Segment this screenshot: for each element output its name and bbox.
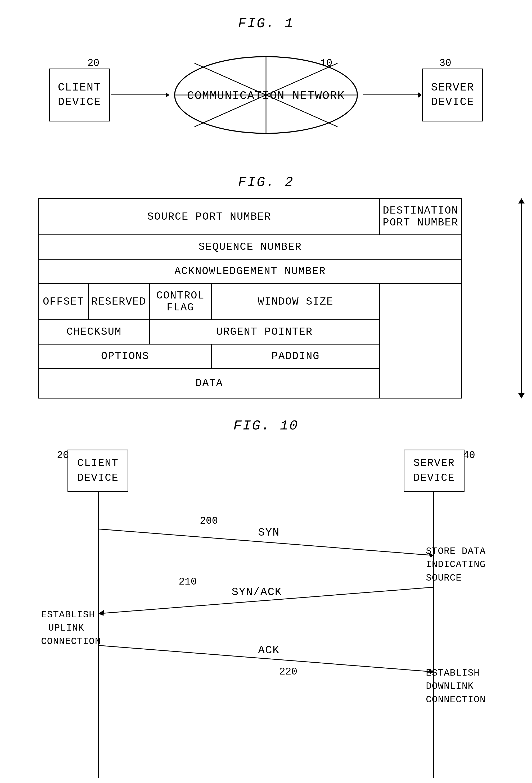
fig1-label-20: 20 — [87, 57, 99, 69]
svg-text:200: 200 — [200, 515, 218, 527]
fig2-options: OPTIONS — [39, 344, 212, 369]
fig2-arrow-top — [518, 198, 525, 203]
fig2-table: SOURCE PORT NUMBER DESTINATION PORT NUMB… — [38, 198, 462, 399]
fig2-header-arrow — [511, 198, 532, 399]
svg-text:ACK: ACK — [258, 644, 280, 657]
fig10-store-data-label: STORE DATA INDICATING SOURCE — [426, 545, 486, 585]
fig2-row3: ACKNOWLEDGEMENT NUMBER — [39, 259, 462, 284]
svg-marker-11 — [98, 610, 104, 616]
fig2-row2: SEQUENCE NUMBER — [39, 235, 462, 259]
fig10-establish-uplink-label: ESTABLISH UPLINK CONNECTION — [41, 608, 91, 648]
fig2-row4: OFFSET RESERVED CONTROLFLAG WINDOW SIZE — [39, 284, 462, 320]
fig1-section: FIG. 1 20 10 30 CLIENTDEVICE SERVERDEVIC… — [0, 16, 532, 164]
fig2-window-size: WINDOW SIZE — [212, 284, 380, 320]
fig2-dest-port: DESTINATION PORT NUMBER — [380, 199, 461, 235]
svg-text:SYN/ACK: SYN/ACK — [231, 586, 282, 599]
fig2-checksum: CHECKSUM — [39, 320, 150, 344]
fig2-title: FIG. 2 — [0, 175, 532, 190]
fig1-client-device-text: CLIENTDEVICE — [58, 81, 101, 109]
fig1-label-30: 30 — [439, 57, 451, 69]
fig2-offset: OFFSET — [39, 284, 88, 320]
fig1-diagram: 20 10 30 CLIENTDEVICE SERVERDEVICE — [41, 39, 491, 151]
fig2-control-flag: CONTROLFLAG — [149, 284, 212, 320]
fig2-urgent-pointer: URGENT POINTER — [149, 320, 380, 344]
svg-text:210: 210 — [179, 576, 197, 588]
fig2-ack-num: ACKNOWLEDGEMENT NUMBER — [39, 259, 462, 284]
fig2-diagram: SOURCE PORT NUMBER DESTINATION PORT NUMB… — [38, 198, 462, 399]
fig2-seq-num: SEQUENCE NUMBER — [39, 235, 462, 259]
svg-text:COMMUNICATION NETWORK: COMMUNICATION NETWORK — [187, 89, 345, 102]
fig2-wrapper: SOURCE PORT NUMBER DESTINATION PORT NUMB… — [0, 198, 532, 399]
fig2-arrow-line — [521, 203, 522, 393]
fig2-row7: DATA — [39, 369, 462, 398]
fig1-line-right — [363, 94, 421, 95]
fig2-row5: CHECKSUM URGENT POINTER — [39, 320, 462, 344]
svg-text:220: 220 — [279, 666, 297, 678]
fig2-row1: SOURCE PORT NUMBER DESTINATION PORT NUMB… — [39, 199, 462, 235]
fig2-source-port: SOURCE PORT NUMBER — [39, 199, 380, 235]
fig10-title: FIG. 10 — [0, 418, 532, 434]
fig10-diagram: 20 40 CLIENTDEVICE SERVERDEVICE SYN 200 — [41, 444, 491, 783]
fig1-server-device-text: SERVERDEVICE — [431, 81, 474, 109]
fig2-data: DATA — [39, 369, 380, 398]
fig2-reserved: RESERVED — [88, 284, 149, 320]
fig1-line-left — [111, 94, 169, 95]
fig1-title: FIG. 1 — [0, 16, 532, 31]
fig1-server-device: SERVERDEVICE — [422, 68, 483, 121]
fig10-establish-downlink-label: ESTABLISH DOWNLINK CONNECTION — [426, 666, 486, 707]
fig10-section: FIG. 10 20 40 CLIENTDEVICE SERVERDEVICE … — [0, 418, 532, 783]
fig1-client-device: CLIENTDEVICE — [49, 68, 110, 121]
fig2-arrow-bottom — [518, 393, 525, 399]
fig1-network-ellipse: COMMUNICATION NETWORK — [174, 55, 358, 135]
fig2-row6: OPTIONS PADDING — [39, 344, 462, 369]
fig2-padding: PADDING — [212, 344, 380, 369]
fig2-section: FIG. 2 SOURCE PORT NUMBER DESTINATION PO… — [0, 175, 532, 399]
svg-text:SYN: SYN — [258, 526, 280, 539]
fig10-arrows-svg: SYN 200 SYN/ACK 210 ACK 220 — [41, 444, 491, 783]
